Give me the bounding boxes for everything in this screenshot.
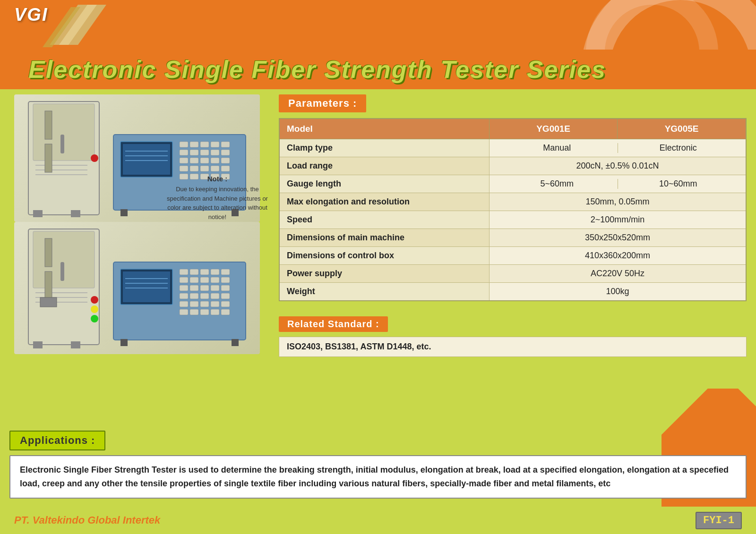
page-title: Electronic Single Fiber Strength Tester … — [28, 56, 606, 83]
svg-rect-98 — [232, 339, 239, 346]
param-value-left: Manual — [497, 143, 618, 153]
logo-area: VGI — [14, 5, 48, 25]
svg-rect-21 — [190, 142, 198, 147]
col-yg005e: YG005E — [618, 119, 746, 139]
param-value-cell-split: ManualElectronic — [490, 139, 746, 157]
machine-image-bottom — [14, 222, 260, 354]
param-value-cell: 2~100mm/min — [490, 211, 746, 229]
table-row: Clamp typeManualElectronic — [279, 139, 746, 157]
svg-rect-59 — [45, 271, 52, 300]
svg-rect-85 — [211, 293, 219, 299]
svg-rect-35 — [180, 166, 188, 171]
company-name: PT. Valtekindo Global Intertek — [14, 514, 160, 526]
note-text: Due to keeping innovation, the specifica… — [165, 185, 269, 221]
svg-rect-29 — [221, 150, 230, 155]
svg-rect-25 — [180, 150, 188, 155]
svg-rect-88 — [190, 301, 198, 307]
applications-text: Electronic Single Fiber Strength Tester … — [9, 455, 747, 499]
svg-rect-68 — [190, 269, 198, 275]
logo-shape-svg — [40, 2, 116, 50]
param-name-cell: Clamp type — [279, 139, 490, 157]
param-value-right: 10~60mm — [618, 179, 739, 189]
svg-rect-72 — [180, 277, 188, 283]
parameters-header-box: Parameters : — [279, 94, 366, 112]
machine-bottom-svg — [19, 224, 255, 352]
param-name-cell: Weight — [279, 283, 490, 301]
param-name-cell: Dimensions of main machine — [279, 229, 490, 247]
fyi-badge: FYI-1 — [696, 512, 742, 529]
svg-rect-97 — [120, 339, 128, 346]
svg-rect-13 — [45, 144, 52, 172]
standards-text: ISO2403, BS1381, ASTM D1448, etc. — [279, 337, 747, 357]
svg-rect-38 — [211, 166, 219, 171]
applications-section: Applications : Electronic Single Fiber S… — [9, 431, 747, 499]
svg-rect-93 — [190, 309, 198, 315]
svg-point-55 — [91, 315, 98, 322]
svg-rect-33 — [211, 158, 219, 163]
svg-rect-63 — [123, 271, 170, 302]
param-name-cell: Speed — [279, 211, 490, 229]
parameters-section: Parameters : Model YG001E YG005E Clamp t… — [279, 94, 747, 301]
table-header-row: Model YG001E YG005E — [279, 119, 746, 139]
footer: PT. Valtekindo Global Intertek FYI-1 — [0, 507, 756, 534]
svg-rect-27 — [200, 150, 209, 155]
param-value-cell: 100kg — [490, 283, 746, 301]
svg-rect-90 — [211, 301, 219, 307]
param-value-cell: 150mm, 0.05mm — [490, 193, 746, 211]
svg-rect-22 — [200, 142, 209, 147]
svg-rect-34 — [221, 158, 230, 163]
svg-rect-87 — [180, 301, 188, 307]
svg-rect-45 — [120, 209, 128, 216]
param-name-cell: Load range — [279, 157, 490, 175]
table-row: Weight100kg — [279, 283, 746, 301]
svg-rect-78 — [190, 285, 198, 291]
param-value-cell: 410x360x200mm — [490, 247, 746, 265]
title-banner: Electronic Single Fiber Strength Tester … — [0, 50, 756, 89]
svg-rect-69 — [200, 269, 209, 275]
table-row: Speed2~100mm/min — [279, 211, 746, 229]
svg-rect-31 — [190, 158, 198, 163]
svg-rect-86 — [221, 293, 230, 299]
svg-rect-20 — [180, 142, 188, 147]
svg-rect-12 — [45, 111, 52, 139]
svg-rect-80 — [211, 285, 219, 291]
svg-rect-37 — [200, 166, 209, 171]
col-yg001e: YG001E — [490, 119, 618, 139]
svg-rect-10 — [33, 210, 43, 217]
svg-rect-83 — [190, 293, 198, 299]
param-name-cell: Dimensions of control box — [279, 247, 490, 265]
svg-rect-57 — [71, 341, 80, 348]
svg-rect-89 — [200, 301, 209, 307]
related-standard-section: Related Standard : ISO2403, BS1381, ASTM… — [279, 316, 747, 357]
svg-rect-84 — [200, 293, 209, 299]
svg-rect-28 — [211, 150, 219, 155]
svg-rect-67 — [180, 269, 188, 275]
table-row: Power supplyAC220V 50Hz — [279, 265, 746, 283]
svg-rect-11 — [71, 210, 80, 217]
svg-rect-76 — [221, 277, 230, 283]
svg-rect-60 — [40, 297, 57, 307]
applications-header-text: Applications : — [20, 434, 95, 446]
applications-header-box: Applications : — [9, 431, 105, 450]
svg-rect-30 — [180, 158, 188, 163]
param-value-cell: AC220V 50Hz — [490, 265, 746, 283]
table-row: Dimensions of control box410x360x200mm — [279, 247, 746, 265]
svg-rect-81 — [221, 285, 230, 291]
svg-rect-5 — [60, 135, 64, 153]
param-name-cell: Gauge length — [279, 175, 490, 193]
table-row: Dimensions of main machine350x250x520mm — [279, 229, 746, 247]
svg-rect-92 — [180, 309, 188, 315]
param-name-cell: Max elongation and resolution — [279, 193, 490, 211]
parameters-header-text: Parameters : — [288, 97, 357, 109]
note-title: Note : — [165, 175, 269, 183]
machines-area: Note : Due to keeping innovation, the sp… — [14, 94, 274, 378]
svg-rect-32 — [200, 158, 209, 163]
svg-rect-73 — [190, 277, 198, 283]
svg-rect-94 — [200, 309, 209, 315]
col-model: Model — [279, 119, 490, 139]
svg-rect-71 — [221, 269, 230, 275]
param-value-cell: 200cN, ±0.5% 0.01cN — [490, 157, 746, 175]
svg-rect-74 — [200, 277, 209, 283]
svg-rect-79 — [200, 285, 209, 291]
svg-rect-39 — [221, 166, 230, 171]
